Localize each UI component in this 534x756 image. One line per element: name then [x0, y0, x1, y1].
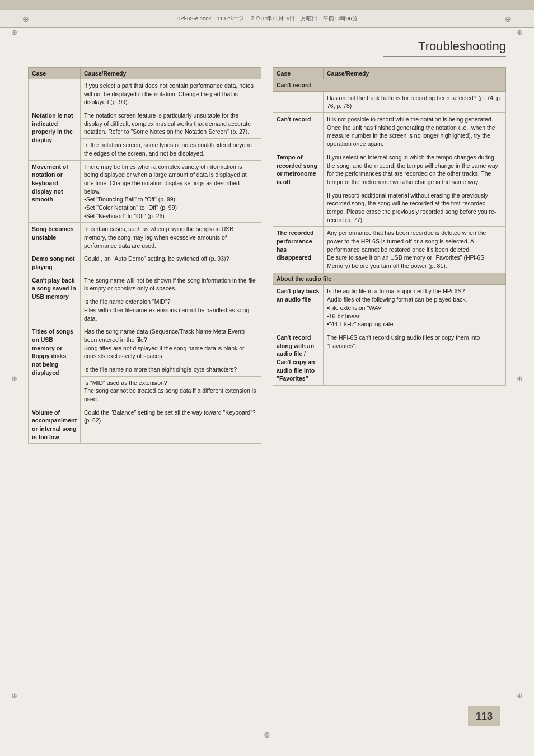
table-row: Can't play back a song saved in USB memo… [29, 274, 261, 295]
cause-cell: Is "MID" used as the extension?The song … [80, 376, 261, 406]
table-row: If you select a part that does not conta… [29, 79, 261, 109]
case-cell: Can't play back a song saved in USB memo… [29, 274, 81, 325]
cause-cell: In certain cases, such as when playing t… [80, 223, 261, 252]
left-table-header: Case Cause/Remedy [29, 68, 261, 79]
right-header-case: Case [273, 68, 324, 79]
cause-cell: Is the file name no more than eight sing… [80, 363, 261, 376]
right-header-cause: Cause/Remedy [324, 68, 506, 79]
page-title: Troubleshooting [383, 39, 506, 57]
case-cell [273, 91, 324, 112]
case-cell: Volume of accompaniment or internal song… [29, 406, 81, 444]
cause-cell: Any performance that has been recorded i… [324, 227, 506, 273]
cause-cell: If you select an internal song in which … [324, 151, 506, 189]
cause-cell: Is the file name extension "MID"?Files w… [80, 295, 261, 325]
cause-cell: Could the "Balance" setting be set all t… [80, 406, 261, 444]
header-crosshair-left: ⊕ [22, 15, 29, 24]
section-header-cell: Can't record [273, 79, 506, 92]
table-row: Can't recordIt is not possible to record… [273, 113, 506, 151]
case-cell: Demo song not playing [29, 252, 81, 274]
right-table: Case Cause/Remedy Can't recordHas one of… [273, 67, 506, 386]
left-table: Case Cause/Remedy If you select a part t… [28, 67, 261, 444]
corner-mark-bl: ⊕ [11, 692, 17, 700]
table-row: Volume of accompaniment or internal song… [29, 406, 261, 444]
page-container: ⊕ HPi-6S-e.book 113 ページ ２０07年11月19日 月曜日 … [0, 0, 534, 756]
corner-mark-mr: ⊕ [517, 374, 523, 382]
case-cell [29, 79, 81, 109]
case-cell: Notation is not indicated properly in th… [29, 109, 81, 160]
content-area: Case Cause/Remedy If you select a part t… [0, 62, 534, 455]
table-row: Demo song not playingCould , an "Auto De… [29, 252, 261, 274]
cause-cell: Could , an "Auto Demo" setting, be switc… [80, 252, 261, 274]
cause-cell: Has the song name data (Sequence/Track N… [80, 325, 261, 363]
case-cell: Movement of notation or keyboard display… [29, 160, 81, 223]
cause-cell: If you record additional material withou… [324, 189, 506, 227]
left-header-case: Case [29, 68, 81, 79]
left-column: Case Cause/Remedy If you select a part t… [28, 67, 261, 444]
cause-cell: The HPi-6S can't record using audio file… [324, 331, 506, 385]
top-bar [0, 0, 534, 10]
case-cell: The recorded performance has disappeared [273, 227, 324, 273]
table-row: Has one of the track buttons for recordi… [273, 91, 506, 112]
section-header-row: Can't record [273, 79, 506, 92]
corner-mark-ml: ⊕ [11, 374, 17, 382]
table-row: Can't play back an audio fileIs the audi… [273, 285, 506, 331]
table-row: Can't record along with an audio file / … [273, 331, 506, 385]
case-cell: Can't record [273, 113, 324, 151]
table-row: Tempo of recorded song or metronome is o… [273, 151, 506, 189]
section-header-row: About the audio file [273, 273, 506, 285]
bottom-area: 113 [468, 711, 500, 722]
case-cell: Titles of songs on USB memory or floppy … [29, 325, 81, 406]
bottom-crosshair: ⊕ [264, 730, 270, 739]
cause-cell: Is the audio file in a format supported … [324, 285, 506, 331]
case-cell: Song becomes unstable [29, 223, 81, 252]
table-row: Titles of songs on USB memory or floppy … [29, 325, 261, 363]
cause-cell: There may be times when a complex variet… [80, 160, 261, 223]
case-cell: Can't play back an audio file [273, 285, 324, 331]
header-file-info: HPi-6S-e.book 113 ページ ２０07年11月19日 月曜日 午前… [34, 15, 500, 22]
section-header-cell: About the audio file [273, 273, 506, 285]
page-number: 113 [468, 706, 500, 726]
cause-cell: In the notation screen, some lyrics or n… [80, 139, 261, 160]
left-header-cause: Cause/Remedy [80, 68, 261, 79]
table-row: Notation is not indicated properly in th… [29, 109, 261, 139]
header-area: ⊕ HPi-6S-e.book 113 ページ ２０07年11月19日 月曜日 … [0, 10, 534, 28]
right-column: Case Cause/Remedy Can't recordHas one of… [273, 67, 506, 444]
table-row: Song becomes unstableIn certain cases, s… [29, 223, 261, 252]
right-table-header: Case Cause/Remedy [273, 68, 506, 79]
corner-mark-tr: ⊕ [517, 28, 523, 36]
table-row: The recorded performance has disappeared… [273, 227, 506, 273]
cause-cell: The notation screen feature is particula… [80, 109, 261, 139]
cause-cell: Has one of the track buttons for recordi… [324, 91, 506, 112]
case-cell: Tempo of recorded song or metronome is o… [273, 151, 324, 227]
case-cell: Can't record along with an audio file / … [273, 331, 324, 385]
cause-cell: If you select a part that does not conta… [80, 79, 261, 109]
corner-mark-tl: ⊕ [11, 28, 17, 36]
cause-cell: It is not possible to record while the n… [324, 113, 506, 151]
cause-cell: The song name will not be shown if the s… [80, 274, 261, 295]
corner-mark-br: ⊕ [517, 692, 523, 700]
header-crosshair-right: ⊕ [505, 15, 512, 24]
title-area: Troubleshooting [0, 28, 534, 62]
table-row: Movement of notation or keyboard display… [29, 160, 261, 223]
